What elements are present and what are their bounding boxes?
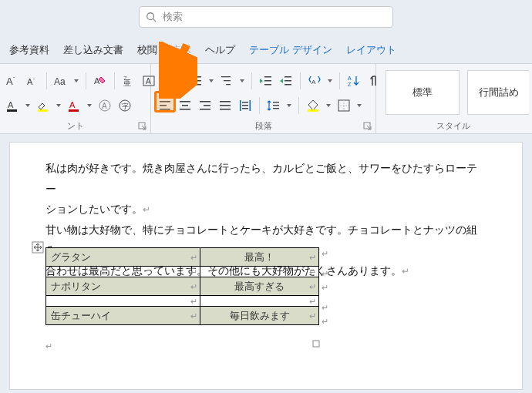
svg-text:ˇ: ˇ — [33, 78, 35, 82]
change-case-icon[interactable]: Aa — [53, 73, 69, 89]
distribute-icon[interactable] — [237, 98, 253, 113]
svg-rect-62 — [242, 108, 248, 109]
chevron-down-icon[interactable] — [208, 74, 214, 88]
cell-mark-icon: ↵ — [309, 267, 316, 277]
chevron-down-icon[interactable] — [25, 99, 31, 113]
font-color-split-icon[interactable]: A — [5, 98, 20, 113]
svg-point-0 — [147, 13, 154, 20]
svg-rect-56 — [220, 105, 231, 106]
svg-rect-42 — [285, 84, 291, 86]
cell: 最高すぎる↵ — [200, 277, 319, 296]
cell: ↵ — [46, 296, 200, 307]
enclose-circle-icon[interactable]: 字 — [117, 98, 133, 113]
cell: 最高！↵ — [200, 248, 319, 267]
svg-rect-57 — [220, 109, 231, 110]
svg-rect-50 — [182, 105, 188, 106]
svg-rect-54 — [200, 109, 210, 110]
chevron-down-icon[interactable] — [325, 99, 332, 113]
svg-rect-55 — [220, 101, 231, 102]
group-font: Aˆ Aˇ Aa A ア亜 A A A A 字 ント — [0, 64, 151, 133]
dialog-launcher-icon[interactable] — [363, 122, 372, 131]
svg-rect-16 — [69, 109, 79, 112]
paragraph-mark-icon: ↵ — [143, 204, 150, 215]
svg-rect-63 — [273, 102, 279, 102]
svg-rect-39 — [264, 84, 271, 86]
highlight-icon[interactable] — [35, 98, 51, 113]
sort-icon[interactable]: AZ — [346, 73, 362, 89]
shading-icon[interactable] — [305, 98, 321, 113]
align-right-icon[interactable] — [197, 98, 213, 113]
cell: ↵ — [200, 296, 319, 307]
table-row: グラタン↵最高！↵ — [46, 248, 319, 267]
style-normal[interactable]: 標準 — [386, 70, 460, 115]
svg-text:A: A — [8, 100, 14, 109]
borders-icon[interactable] — [336, 98, 352, 113]
tab-help[interactable]: ヘルプ — [205, 43, 235, 57]
svg-rect-13 — [7, 109, 17, 112]
cell-mark-icon: ↵ — [309, 296, 316, 306]
svg-rect-60 — [242, 102, 248, 103]
paragraph-mark-icon: ↵ — [402, 266, 409, 277]
table-resize-handle-icon[interactable] — [312, 340, 320, 348]
chevron-down-icon[interactable] — [286, 99, 292, 113]
svg-rect-35 — [224, 80, 231, 81]
svg-text:A: A — [146, 77, 151, 86]
page[interactable]: 私は肉が好きです。焼き肉屋さんに行ったら、カルビとご飯と、サワーをひたすらローテ… — [45, 143, 487, 389]
multilevel-list-icon[interactable] — [219, 73, 234, 89]
search-box[interactable]: 検索 — [139, 6, 393, 28]
row-mark-icon: ↵ — [322, 269, 328, 279]
cell-mark-icon: ↵ — [309, 252, 316, 262]
svg-rect-41 — [285, 80, 291, 82]
font-color-icon[interactable]: A — [66, 98, 82, 113]
svg-text:ˆ: ˆ — [13, 76, 15, 82]
tab-layout[interactable]: レイアウト — [346, 43, 396, 57]
asian-layout-icon[interactable]: A — [307, 73, 322, 89]
chevron-down-icon[interactable] — [327, 74, 333, 88]
svg-rect-36 — [226, 84, 231, 85]
char-shading-icon[interactable]: A — [97, 98, 113, 113]
table-move-handle-icon[interactable] — [32, 241, 44, 254]
svg-text:A: A — [6, 76, 13, 87]
tab-mailings[interactable]: 差し込み文書 — [63, 43, 123, 57]
phonetic-guide-icon[interactable]: ア亜 — [121, 73, 136, 89]
svg-text:A: A — [94, 76, 100, 86]
align-center-icon[interactable] — [177, 98, 193, 113]
svg-rect-40 — [285, 76, 291, 78]
tab-review[interactable]: 校閲 — [137, 43, 157, 57]
dialog-launcher-icon[interactable] — [138, 122, 147, 131]
chevron-down-icon[interactable] — [73, 74, 79, 88]
justify-icon[interactable] — [217, 98, 233, 113]
svg-text:A: A — [27, 77, 33, 86]
clear-format-icon[interactable]: A — [93, 73, 108, 89]
row-mark-icon: ↵ — [322, 317, 328, 327]
shrink-font-icon[interactable]: Aˇ — [25, 73, 40, 89]
increase-indent-icon[interactable] — [278, 73, 294, 89]
cell-mark-icon: ↵ — [190, 267, 197, 277]
grow-font-icon[interactable]: Aˆ — [5, 73, 20, 89]
decrease-indent-icon[interactable] — [258, 73, 274, 89]
tab-references[interactable]: 参考資料 — [9, 43, 49, 57]
chevron-down-icon[interactable] — [56, 99, 62, 113]
line-spacing-icon[interactable] — [266, 98, 281, 113]
chevron-down-icon[interactable] — [356, 99, 362, 113]
document-area: 私は肉が好きです。焼き肉屋さんに行ったら、カルビとご飯と、サワーをひたすらローテ… — [9, 142, 523, 390]
chevron-down-icon[interactable] — [239, 74, 245, 88]
cell: ↵ — [46, 267, 200, 277]
svg-text:Aa: Aa — [54, 76, 66, 87]
svg-rect-53 — [204, 105, 210, 106]
style-nospacing[interactable]: 行間詰め — [467, 70, 529, 115]
table-row: ↵↵ — [46, 267, 319, 277]
search-placeholder: 検索 — [163, 10, 183, 24]
cell-mark-icon: ↵ — [190, 296, 197, 306]
svg-rect-34 — [221, 76, 231, 77]
cell-mark-icon: ↵ — [309, 281, 316, 291]
annotation-arrow — [159, 42, 197, 99]
group-label-font: ント — [0, 120, 150, 132]
svg-rect-38 — [264, 80, 271, 82]
tab-table-design[interactable]: テーブル デザイン — [249, 43, 332, 57]
svg-text:A: A — [348, 76, 352, 81]
content-table[interactable]: グラタン↵最高！↵ ↵↵ ナポリタン↵最高すぎる↵ ↵↵ 缶チューハイ↵毎日飲み… — [45, 247, 319, 325]
chevron-down-icon[interactable] — [86, 99, 93, 113]
svg-text:A: A — [311, 79, 316, 86]
cell: グラタン↵ — [46, 248, 200, 267]
